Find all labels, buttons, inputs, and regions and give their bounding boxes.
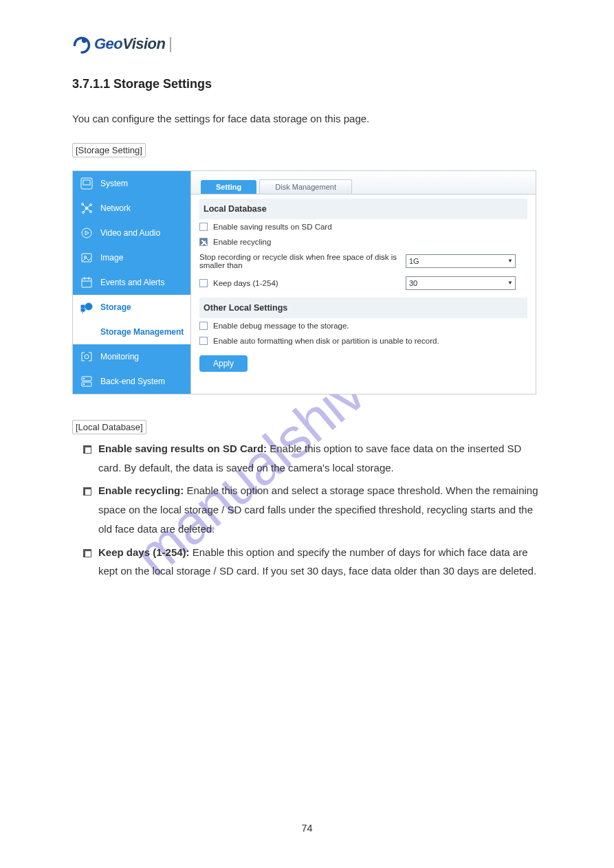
- label-debug: Enable debug message to the storage.: [213, 322, 349, 330]
- sidebar-subitem-storage-management[interactable]: Storage Management: [73, 320, 190, 344]
- svg-point-24: [85, 355, 89, 359]
- checkbox-enable-recycling[interactable]: [199, 238, 208, 246]
- svg-rect-22: [81, 305, 85, 308]
- sidebar-item-storage[interactable]: Storage: [73, 295, 190, 320]
- svg-point-28: [83, 383, 85, 385]
- sidebar-item-image[interactable]: Image: [73, 245, 190, 270]
- svg-point-27: [83, 378, 85, 379]
- bullet-list: Enable saving results on SD Card: Enable…: [83, 439, 542, 581]
- checkbox-debug[interactable]: [199, 322, 208, 330]
- svg-line-9: [87, 205, 91, 208]
- svg-marker-13: [85, 231, 89, 235]
- sidebar-item-label: Back-end System: [100, 377, 165, 386]
- storage-icon: [80, 300, 94, 314]
- svg-line-11: [87, 208, 91, 212]
- sidebar-item-network[interactable]: Network: [73, 196, 190, 221]
- settings-screenshot: System Network Video and Audio Image Eve…: [72, 170, 536, 394]
- label-enable-sd: Enable saving results on SD Card: [213, 223, 332, 231]
- label-threshold: Stop recording or recycle disk when free…: [199, 253, 406, 269]
- intro-paragraph: You can configure the settings for face …: [72, 109, 542, 129]
- checkbox-autoformat[interactable]: [199, 337, 208, 345]
- brand-logo: GeoVision: [72, 34, 542, 54]
- label-autoformat: Enable auto formatting when disk or part…: [213, 337, 439, 345]
- monitor-icon: [80, 350, 94, 364]
- section-heading: 3.7.1.1 Storage Settings: [72, 77, 542, 91]
- svg-rect-2: [83, 180, 90, 185]
- group-local-database: Local Database: [199, 199, 527, 219]
- svg-rect-1: [81, 178, 92, 189]
- svg-rect-16: [82, 278, 91, 287]
- svg-line-8: [83, 204, 87, 208]
- select-keep-days-value: 30: [409, 279, 417, 287]
- bullet-item: Keep days (1-254): Enable this option an…: [83, 543, 542, 581]
- globe-icon: [72, 34, 91, 54]
- server-icon: [80, 375, 94, 388]
- sidebar-item-label: Monitoring: [100, 352, 139, 361]
- chevron-down-icon: ▼: [507, 280, 513, 286]
- bullets-tag: [Local Database]: [72, 420, 146, 434]
- svg-point-0: [82, 38, 87, 43]
- sidebar-item-video[interactable]: Video and Audio: [73, 221, 190, 245]
- label-enable-recycling: Enable recycling: [213, 238, 271, 246]
- select-threshold[interactable]: 1G ▼: [406, 254, 516, 268]
- sidebar-item-label: Network: [100, 203, 131, 213]
- tab-setting[interactable]: Setting: [201, 180, 256, 194]
- calendar-icon: [80, 276, 94, 289]
- select-threshold-value: 1G: [409, 257, 419, 265]
- svg-rect-23: [81, 309, 85, 311]
- bullet-title: Enable saving results on SD Card:: [98, 443, 267, 454]
- apply-button[interactable]: Apply: [199, 355, 248, 372]
- bullet-item: Enable saving results on SD Card: Enable…: [83, 439, 542, 478]
- sidebar-item-monitoring[interactable]: Monitoring: [73, 344, 190, 369]
- label-keep-days: Keep days (1-254): [213, 279, 406, 287]
- tab-strip: Setting Disk Management: [191, 171, 536, 194]
- video-icon: [80, 226, 94, 240]
- sidebar-item-label: System: [100, 179, 128, 188]
- checkbox-keep-days[interactable]: [199, 279, 208, 287]
- sidebar-item-system[interactable]: System: [73, 171, 190, 196]
- svg-point-20: [85, 303, 92, 310]
- sidebar-item-backend[interactable]: Back-end System: [73, 369, 190, 394]
- sidebar-item-label: Events and Alerts: [100, 278, 164, 287]
- group-other-local: Other Local Settings: [199, 298, 527, 318]
- page-number: 74: [301, 823, 312, 834]
- image-icon: [80, 251, 94, 265]
- network-icon: [80, 201, 94, 215]
- section-tag: [Storage Setting]: [72, 143, 146, 157]
- brand-wordmark: GeoVision: [94, 35, 171, 53]
- sidebar: System Network Video and Audio Image Eve…: [73, 171, 190, 394]
- bullet-title: Keep days (1-254):: [98, 546, 190, 558]
- bullet-item: Enable recycling: Enable this option and…: [83, 481, 542, 538]
- sidebar-item-label: Video and Audio: [100, 228, 160, 238]
- svg-line-10: [83, 208, 87, 212]
- sidebar-item-label: Image: [100, 253, 123, 263]
- system-icon: [80, 177, 94, 190]
- sidebar-item-label: Storage: [100, 302, 131, 312]
- chevron-down-icon: ▼: [507, 258, 513, 264]
- svg-point-12: [82, 228, 91, 238]
- select-keep-days[interactable]: 30 ▼: [406, 276, 516, 290]
- tab-disk-management[interactable]: Disk Management: [259, 179, 352, 194]
- checkbox-enable-sd[interactable]: [199, 223, 208, 231]
- sidebar-item-events[interactable]: Events and Alerts: [73, 270, 190, 295]
- bullet-title: Enable recycling:: [98, 485, 184, 496]
